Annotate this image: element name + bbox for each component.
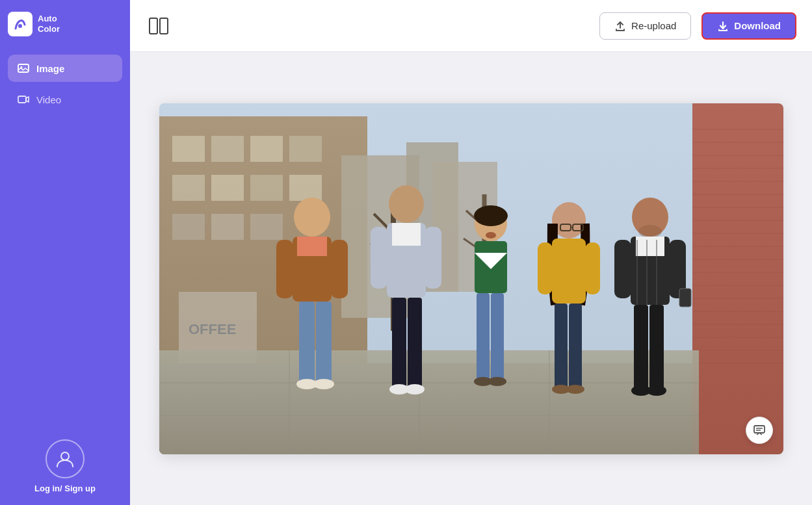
- avatar[interactable]: [46, 439, 85, 478]
- svg-rect-93: [538, 242, 553, 294]
- svg-rect-15: [250, 175, 283, 201]
- svg-rect-14: [211, 175, 244, 201]
- svg-rect-69: [331, 240, 348, 298]
- svg-rect-65: [316, 302, 332, 386]
- svg-rect-83: [477, 293, 490, 384]
- image-container: OFFEE: [159, 103, 783, 454]
- svg-point-0: [18, 24, 22, 28]
- logo-text: Auto Color: [38, 14, 60, 34]
- svg-rect-11: [250, 136, 283, 162]
- svg-rect-34: [692, 103, 783, 454]
- svg-point-80: [474, 205, 508, 226]
- video-nav-icon: [17, 93, 30, 106]
- feedback-button[interactable]: [746, 417, 773, 444]
- svg-rect-90: [569, 304, 582, 391]
- sidebar: Auto Color Image Video L: [0, 0, 130, 505]
- svg-rect-9: [172, 136, 205, 162]
- upload-icon: [614, 20, 626, 32]
- svg-rect-108: [679, 289, 691, 307]
- svg-point-76: [405, 384, 425, 395]
- image-nav-icon: [17, 62, 30, 75]
- svg-rect-88: [552, 239, 586, 304]
- svg-rect-55: [159, 350, 699, 454]
- svg-rect-89: [555, 304, 568, 391]
- download-icon: [717, 20, 729, 32]
- svg-rect-118: [754, 426, 765, 433]
- svg-rect-3: [18, 96, 26, 103]
- svg-rect-103: [649, 305, 664, 393]
- svg-point-96: [638, 225, 662, 238]
- reupload-button[interactable]: Re-upload: [599, 12, 691, 40]
- split-view-button[interactable]: [146, 13, 172, 39]
- svg-rect-5: [150, 18, 157, 34]
- logo-icon: [8, 12, 33, 36]
- svg-text:OFFEE: OFFEE: [189, 321, 236, 337]
- user-area: Log in/ Sign up: [34, 439, 96, 493]
- content-area: OFFEE: [130, 52, 812, 505]
- svg-point-92: [566, 385, 584, 394]
- logo-area: Auto Color: [8, 12, 60, 36]
- svg-point-4: [61, 452, 69, 460]
- split-view-icon: [149, 18, 168, 34]
- sidebar-item-image[interactable]: Image: [8, 55, 122, 82]
- svg-rect-94: [585, 242, 600, 294]
- svg-point-67: [313, 379, 334, 389]
- main-area: Re-upload Download: [130, 0, 812, 505]
- svg-rect-77: [371, 227, 387, 289]
- svg-rect-10: [211, 136, 244, 162]
- svg-rect-64: [299, 302, 315, 386]
- fab-area: [746, 417, 773, 444]
- svg-rect-6: [160, 18, 168, 34]
- nav-items: Image Video: [8, 55, 122, 113]
- svg-point-86: [488, 377, 506, 386]
- svg-rect-72: [392, 223, 421, 246]
- svg-rect-74: [408, 298, 422, 392]
- svg-rect-78: [425, 227, 441, 289]
- svg-point-109: [486, 232, 496, 239]
- svg-point-105: [647, 385, 666, 396]
- chat-icon: [753, 424, 766, 437]
- svg-rect-98: [636, 237, 664, 256]
- svg-rect-16: [289, 175, 322, 201]
- svg-rect-17: [172, 214, 205, 240]
- download-button[interactable]: Download: [701, 12, 796, 40]
- svg-rect-106: [614, 240, 631, 298]
- svg-point-70: [389, 185, 424, 223]
- svg-rect-63: [297, 237, 327, 256]
- svg-rect-102: [634, 305, 648, 393]
- svg-rect-68: [276, 240, 293, 298]
- user-login-label[interactable]: Log in/ Sign up: [34, 484, 96, 493]
- svg-rect-19: [250, 214, 283, 240]
- svg-point-61: [294, 198, 330, 237]
- photo-display: OFFEE: [159, 103, 783, 454]
- user-icon: [55, 448, 75, 469]
- svg-rect-18: [211, 214, 244, 240]
- svg-rect-73: [392, 298, 406, 392]
- sidebar-item-video[interactable]: Video: [8, 86, 122, 113]
- svg-rect-12: [289, 136, 322, 162]
- svg-rect-13: [172, 175, 205, 201]
- header: Re-upload Download: [130, 0, 812, 52]
- svg-rect-84: [491, 293, 504, 384]
